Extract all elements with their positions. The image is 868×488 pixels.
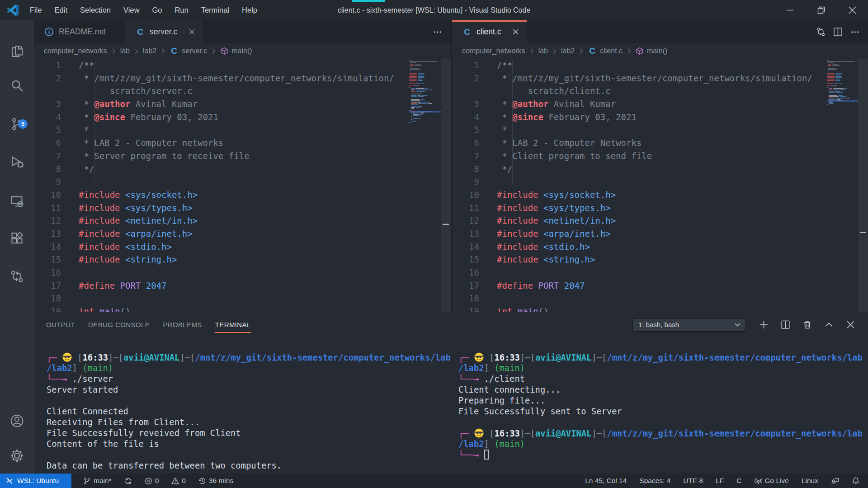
status-warning[interactable]: 0 xyxy=(165,474,192,488)
breadcrumb-item[interactable]: lab xyxy=(538,47,548,55)
status-c[interactable]: C xyxy=(730,474,748,488)
breadcrumbs[interactable]: computer_networkslablab2Cclient.cmain() xyxy=(452,43,868,59)
status-utf-8[interactable]: UTF-8 xyxy=(677,474,709,488)
menu-selection[interactable]: Selection xyxy=(74,0,117,20)
activity-account-icon[interactable] xyxy=(0,409,34,432)
status-error[interactable]: 0 xyxy=(138,474,165,488)
status-sync[interactable] xyxy=(118,474,138,488)
editor-scrollbar[interactable] xyxy=(858,59,868,312)
close-tab-icon[interactable] xyxy=(512,28,519,36)
chevron-right-icon xyxy=(160,48,166,55)
menu-run[interactable]: Run xyxy=(168,0,194,20)
c-file-icon: C xyxy=(588,47,597,56)
status-lf[interactable]: LF xyxy=(709,474,730,488)
breadcrumb-item[interactable]: Cserver.c xyxy=(170,47,207,56)
menu-terminal[interactable]: Terminal xyxy=(195,0,236,20)
menubar: FileEditSelectionViewGoRunTerminalHelp xyxy=(24,0,264,20)
activity-settings-icon[interactable] xyxy=(0,444,34,467)
tab-bar: Cclient.c xyxy=(452,20,868,43)
breadcrumb-item[interactable]: main() xyxy=(220,47,252,55)
breadcrumb-item[interactable]: Cclient.c xyxy=(588,47,623,56)
remote-icon xyxy=(5,477,14,485)
tab-label: client.c xyxy=(476,27,501,37)
svg-text:C: C xyxy=(171,47,177,56)
activity-run-debug-icon[interactable] xyxy=(0,150,34,174)
activity-git-compare-icon[interactable] xyxy=(0,264,34,288)
tab-label: README.md xyxy=(59,27,106,37)
breadcrumbs[interactable]: computer_networkslablab2Cserver.cmain() xyxy=(34,43,451,59)
status-spaces-4[interactable]: Spaces: 4 xyxy=(633,474,677,488)
status-ln-45-col-14[interactable]: Ln 45, Col 14 xyxy=(579,474,633,488)
terminal-pane-right[interactable]: ┌─ [16:33]─[avii@AVINAL]─[/mnt/z/my_git/… xyxy=(451,337,868,474)
open-changes-button[interactable] xyxy=(812,20,829,43)
panel-tab-problems[interactable]: PROBLEMS xyxy=(163,312,202,337)
remote-indicator[interactable]: WSL: Ubuntu xyxy=(0,474,71,488)
status-branch[interactable]: main* xyxy=(77,474,118,488)
menu-view[interactable]: View xyxy=(117,0,146,20)
kill-terminal-button[interactable] xyxy=(796,312,818,337)
restore-button[interactable] xyxy=(806,0,837,20)
status-linux[interactable]: Linux xyxy=(795,474,825,488)
editor-group-left: README.mdCserver.ccomputer_networkslabla… xyxy=(34,20,451,312)
minimap-cursor-line xyxy=(409,111,441,113)
menu-help[interactable]: Help xyxy=(236,0,264,20)
activity-explorer-icon[interactable] xyxy=(0,39,34,62)
breadcrumb-item[interactable]: computer_networks xyxy=(44,47,107,55)
panel-actions: 1: bash, bash xyxy=(632,312,868,337)
breadcrumb-item[interactable]: lab2 xyxy=(143,47,156,55)
chevron-down-icon xyxy=(734,321,741,328)
terminal-area: ┌─ [16:33]─[avii@AVINAL]─[/mnt/z/my_git/… xyxy=(34,337,868,474)
status-history[interactable]: 36 mins xyxy=(192,474,240,488)
minimize-button[interactable] xyxy=(774,0,806,20)
code-editor[interactable]: 1/**2 * /mnt/z/my_git/sixth-semester/com… xyxy=(34,59,451,312)
chevron-right-icon xyxy=(133,48,140,55)
menu-file[interactable]: File xyxy=(24,0,48,20)
chevron-right-icon xyxy=(551,48,558,55)
close-window-button[interactable] xyxy=(837,0,868,20)
breadcrumb-item[interactable]: lab xyxy=(120,47,130,55)
editor-more-actions-button[interactable] xyxy=(429,20,446,43)
terminal-cursor xyxy=(484,450,489,460)
activity-search-icon[interactable] xyxy=(0,74,34,97)
tab-README.md[interactable]: README.md xyxy=(34,20,125,43)
remote-label: WSL: Ubuntu xyxy=(17,477,59,485)
minimap[interactable] xyxy=(409,60,441,123)
breadcrumb-item[interactable]: computer_networks xyxy=(462,47,525,55)
status-bell[interactable] xyxy=(845,474,866,488)
terminal-dropdown[interactable]: 1: bash, bash xyxy=(632,318,746,332)
terminal-pane-left[interactable]: ┌─ [16:33]─[avii@AVINAL]─[/mnt/z/my_git/… xyxy=(34,337,451,474)
split-editor-button[interactable] xyxy=(829,20,846,43)
activity-bar: 5 xyxy=(0,20,34,474)
c-file-icon: C xyxy=(462,28,472,37)
titlebar: FileEditSelectionViewGoRunTerminalHelp c… xyxy=(0,0,868,20)
activity-extensions-icon[interactable] xyxy=(0,226,34,250)
breadcrumb-item[interactable]: main() xyxy=(636,47,667,55)
overview-ruler-cursor-marker xyxy=(860,232,866,233)
menu-go[interactable]: Go xyxy=(146,0,168,20)
minimap[interactable] xyxy=(827,60,858,106)
close-panel-button[interactable] xyxy=(840,312,861,337)
panel-tab-debug-console[interactable]: DEBUG CONSOLE xyxy=(88,312,150,337)
indent-guide xyxy=(512,61,513,183)
menu-edit[interactable]: Edit xyxy=(48,0,74,20)
new-terminal-button[interactable] xyxy=(753,312,774,337)
split-terminal-button[interactable] xyxy=(774,312,796,337)
breadcrumb-item[interactable]: lab2 xyxy=(561,47,575,55)
chevron-right-icon xyxy=(626,48,632,55)
tab-server.c[interactable]: Cserver.c xyxy=(125,20,203,43)
status-broadcast[interactable]: Go Live xyxy=(748,474,795,488)
code-editor[interactable]: 1/**2 * /mnt/z/my_git/sixth-semester/com… xyxy=(452,59,868,312)
chevron-right-icon xyxy=(210,48,217,55)
tab-client.c[interactable]: Cclient.c xyxy=(452,20,527,43)
c-file-icon: C xyxy=(170,47,179,56)
panel-tab-terminal[interactable]: TERMINAL xyxy=(215,312,251,337)
maximize-panel-button[interactable] xyxy=(818,312,840,337)
panel-tab-output[interactable]: OUTPUT xyxy=(46,312,75,337)
status-bar: WSL: Ubuntu main*0036 mins Ln 45, Col 14… xyxy=(0,474,868,488)
status-feedback[interactable] xyxy=(825,474,845,488)
activity-remote-explorer-icon[interactable] xyxy=(0,189,34,213)
editor-scrollbar[interactable] xyxy=(441,59,451,312)
editor-more-actions-button[interactable] xyxy=(846,20,863,43)
activity-source-control-icon[interactable]: 5 xyxy=(0,112,34,136)
close-tab-icon[interactable] xyxy=(188,28,196,36)
